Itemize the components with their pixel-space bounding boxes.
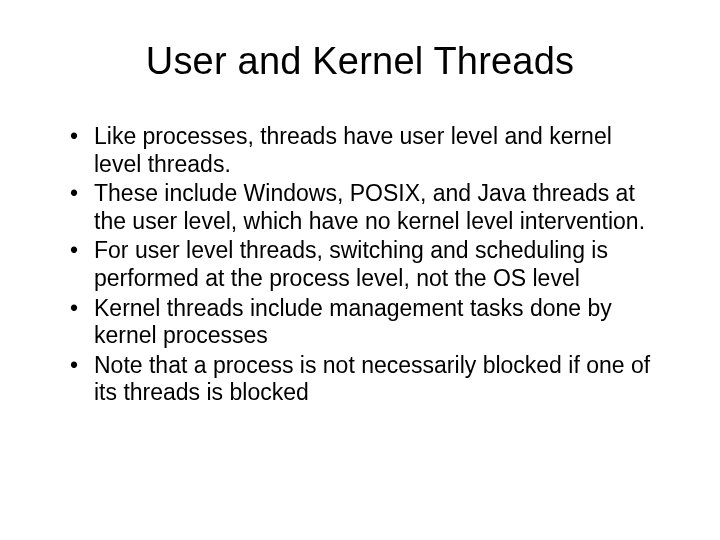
list-item: Note that a process is not necessarily b… <box>70 352 660 407</box>
bullet-list: Like processes, threads have user level … <box>70 123 660 407</box>
list-item: For user level threads, switching and sc… <box>70 237 660 292</box>
list-item: These include Windows, POSIX, and Java t… <box>70 180 660 235</box>
list-item: Kernel threads include management tasks … <box>70 295 660 350</box>
slide-title: User and Kernel Threads <box>50 40 670 83</box>
slide: User and Kernel Threads Like processes, … <box>0 0 720 540</box>
list-item: Like processes, threads have user level … <box>70 123 660 178</box>
